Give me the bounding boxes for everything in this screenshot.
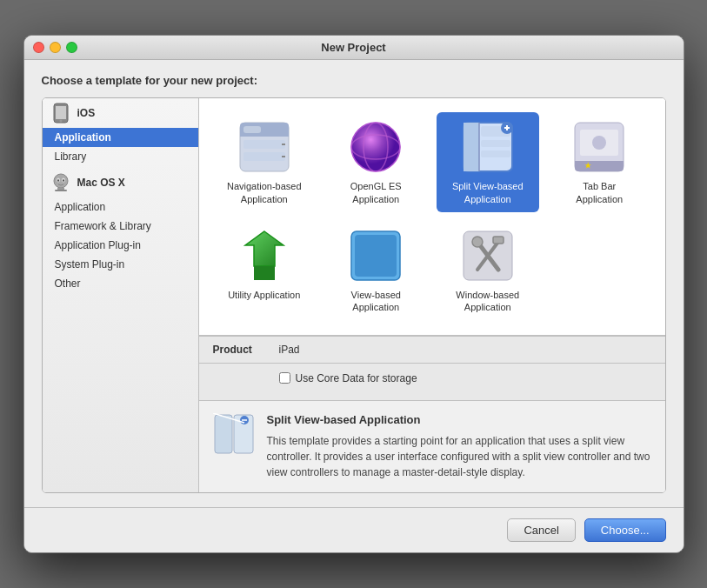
mac-platform-icon	[51, 173, 70, 192]
opengl-es-icon	[348, 119, 404, 175]
sidebar-category-other[interactable]: Other	[43, 274, 198, 293]
svg-point-3	[54, 174, 68, 188]
svg-point-7	[63, 180, 64, 182]
cancel-button[interactable]: Cancel	[507, 518, 575, 542]
description-area: Split View-based Application This templa…	[199, 401, 665, 492]
choose-button[interactable]: Choose...	[584, 518, 666, 542]
core-data-checkbox-label[interactable]: Use Core Data for storage	[296, 372, 417, 384]
ios-platform-icon	[51, 104, 70, 123]
svg-point-2	[59, 120, 62, 123]
detail-panel: Product iPad Use Core Data for storage	[199, 336, 665, 492]
svg-rect-45	[493, 237, 504, 244]
template-view-based[interactable]: View-basedApplication	[324, 221, 428, 321]
svg-point-6	[57, 180, 59, 182]
product-platform-value: iPad	[279, 344, 300, 356]
ios-platform-label: iOS	[77, 107, 96, 119]
svg-rect-13	[243, 126, 261, 133]
close-button[interactable]	[33, 42, 44, 53]
template-window-based-label: Window-basedApplication	[456, 289, 519, 314]
core-data-checkbox[interactable]	[279, 372, 290, 384]
svg-rect-46	[215, 415, 232, 453]
svg-point-43	[472, 237, 483, 247]
new-project-window: New Project Choose a template for your n…	[23, 35, 684, 552]
minimize-button[interactable]	[50, 42, 61, 53]
svg-rect-26	[481, 140, 510, 147]
view-based-icon	[348, 228, 404, 284]
sidebar-platform-ios[interactable]: iOS	[43, 98, 198, 128]
sidebar: iOS Application Library	[43, 98, 199, 491]
page-subtitle: Choose a template for your new project:	[42, 74, 666, 87]
sidebar-category-library[interactable]: Library	[43, 147, 198, 166]
svg-rect-27	[481, 150, 510, 157]
window-controls	[33, 42, 77, 53]
sidebar-platform-macos[interactable]: Mac OS X	[43, 168, 198, 197]
sidebar-category-framework-library[interactable]: Framework & Library	[43, 217, 198, 236]
ios-group: iOS Application Library	[43, 98, 198, 166]
template-split-view-based[interactable]: Split View-basedApplication	[437, 112, 540, 212]
description-text-area: Split View-based Application This templa…	[267, 413, 651, 480]
svg-rect-1	[56, 106, 66, 119]
template-tab-bar-label: Tab BarApplication	[576, 180, 623, 205]
product-label: Product	[213, 344, 265, 356]
tab-bar-icon	[571, 119, 627, 175]
description-body: This template provides a starting point …	[267, 433, 651, 480]
product-row: Product iPad	[199, 337, 665, 364]
main-content: Choose a template for your new project:	[24, 60, 684, 506]
templates-grid: Navigation-basedApplication	[199, 98, 665, 335]
template-utility[interactable]: Utility Application	[213, 221, 317, 321]
macos-group: Mac OS X Application Framework & Library…	[43, 168, 198, 293]
svg-marker-37	[245, 231, 283, 266]
svg-rect-9	[55, 190, 67, 191]
split-view-based-icon	[460, 119, 516, 175]
sidebar-category-mac-application[interactable]: Application	[43, 197, 198, 217]
checkbox-area: Use Core Data for storage	[199, 364, 665, 401]
svg-rect-33	[575, 161, 624, 166]
template-split-view-based-label: Split View-basedApplication	[452, 180, 524, 205]
template-opengl-es[interactable]: OpenGL ESApplication	[324, 112, 428, 212]
svg-rect-8	[57, 188, 64, 190]
core-data-checkbox-row: Use Core Data for storage	[279, 372, 651, 384]
svg-rect-15	[243, 152, 285, 161]
svg-rect-38	[254, 266, 275, 280]
right-panel: Navigation-basedApplication	[199, 98, 665, 491]
description-icon	[213, 413, 255, 455]
template-view-based-label: View-basedApplication	[351, 289, 401, 314]
template-window-based[interactable]: Window-basedApplication	[437, 221, 540, 321]
sidebar-category-system-plugin[interactable]: System Plug-in	[43, 255, 198, 274]
sidebar-category-app-plugin[interactable]: Application Plug-in	[43, 236, 198, 255]
template-utility-label: Utility Application	[228, 289, 300, 301]
titlebar: New Project	[24, 36, 684, 60]
bottom-bar: Cancel Choose...	[24, 507, 684, 552]
window-based-icon	[460, 228, 516, 284]
description-title: Split View-based Application	[267, 413, 651, 426]
svg-point-36	[592, 136, 606, 150]
template-chooser: iOS Application Library	[42, 97, 666, 492]
navigation-based-icon	[237, 119, 292, 175]
utility-icon	[237, 228, 292, 284]
svg-rect-23	[465, 123, 479, 171]
window-title: New Project	[321, 41, 385, 54]
template-tab-bar[interactable]: Tab BarApplication	[548, 112, 651, 212]
template-opengl-es-label: OpenGL ESApplication	[350, 180, 402, 205]
sidebar-category-application[interactable]: Application	[43, 128, 198, 147]
svg-rect-14	[243, 140, 285, 149]
maximize-button[interactable]	[66, 42, 77, 53]
macos-platform-label: Mac OS X	[77, 177, 125, 189]
template-navigation-based-label: Navigation-basedApplication	[227, 180, 302, 205]
svg-rect-40	[355, 235, 397, 277]
template-navigation-based[interactable]: Navigation-basedApplication	[213, 112, 317, 212]
